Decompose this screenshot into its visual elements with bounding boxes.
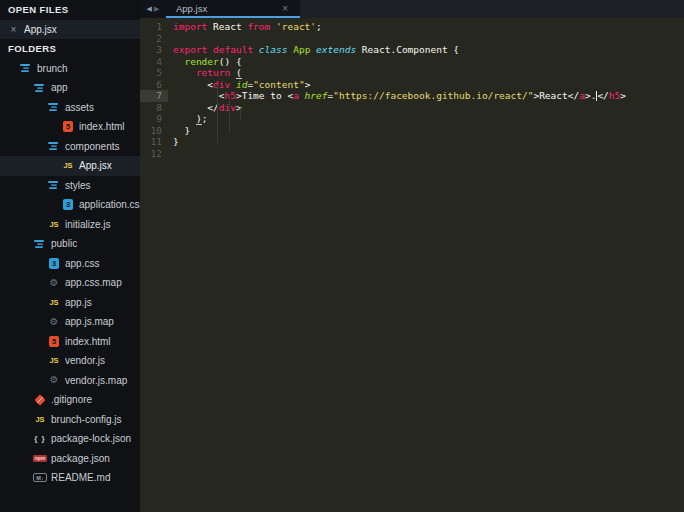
tree-folder-styles[interactable]: styles	[0, 176, 140, 196]
tree-file-brunch-config-js[interactable]: JSbrunch-config.js	[0, 410, 140, 430]
code-line-9[interactable]: );	[173, 113, 684, 125]
code-token: from	[247, 21, 270, 32]
tree-file-application-css[interactable]: 3application.css	[0, 195, 140, 215]
tab-scroll-arrows: ◀ ▶	[140, 0, 166, 18]
tree-file-app-jsx[interactable]: JSApp.jsx	[0, 156, 140, 176]
code-line-4[interactable]: render() {	[173, 56, 684, 68]
code-line-3[interactable]: export default class App extends React.C…	[173, 44, 684, 56]
css-icon: 3	[47, 256, 61, 270]
line-number: 5	[140, 67, 168, 79]
code-token: default	[213, 44, 253, 55]
folder-icon	[47, 178, 61, 192]
code-lines: import React from 'react';export default…	[173, 21, 684, 159]
line-number: 8	[140, 102, 168, 114]
tree-folder-public[interactable]: public	[0, 234, 140, 254]
tab-close-icon[interactable]: ×	[282, 3, 300, 14]
close-icon[interactable]: ×	[7, 24, 20, 35]
line-number: 12	[140, 148, 168, 160]
code-line-12[interactable]	[173, 148, 684, 160]
code-line-7[interactable]: <h5>Time to <a href="https://facebook.gi…	[173, 90, 684, 102]
js-icon: JS	[61, 159, 75, 173]
tree-item-label: package-lock.json	[51, 433, 131, 444]
code-token	[173, 113, 196, 124]
tree-item-label: public	[51, 238, 77, 249]
js-icon: JS	[47, 354, 61, 368]
editor-pane: ◀ ▶ App.jsx × 123456789101112 import Rea…	[140, 0, 684, 512]
code-token: import	[173, 21, 207, 32]
code-token	[173, 67, 196, 78]
code-area[interactable]: 123456789101112 import React from 'react…	[140, 18, 684, 512]
tree-item-label: App.jsx	[79, 160, 112, 171]
code-line-8[interactable]: </div>	[173, 102, 684, 114]
code-line-2[interactable]	[173, 33, 684, 45]
md-icon: M↓	[33, 471, 47, 485]
code-token: id	[236, 79, 247, 90]
code-token: >	[305, 79, 311, 90]
indent-guide	[229, 97, 230, 132]
indent-guide	[240, 108, 241, 120]
code-token: </	[597, 90, 608, 101]
file-tree: brunchappassets5index.htmlcomponentsJSAp…	[0, 59, 140, 488]
code-token: }	[173, 125, 190, 136]
tree-item-label: app.css	[65, 258, 99, 269]
tree-folder-app[interactable]: app	[0, 78, 140, 98]
tab-title: App.jsx	[166, 3, 282, 14]
tree-folder-brunch[interactable]: brunch	[0, 59, 140, 79]
tree-folder-assets[interactable]: assets	[0, 98, 140, 118]
tree-file-readme-md[interactable]: M↓README.md	[0, 468, 140, 488]
tree-item-label: styles	[65, 180, 91, 191]
tree-item-label: app.js	[65, 297, 92, 308]
line-number: 11	[140, 136, 168, 148]
tree-folder-components[interactable]: components	[0, 137, 140, 157]
code-token: (	[236, 67, 242, 79]
tree-file-initialize-js[interactable]: JSinitialize.js	[0, 215, 140, 235]
code-line-6[interactable]: <div id="content">	[173, 79, 684, 91]
code-token: h5	[224, 90, 235, 101]
line-number: 1	[140, 21, 168, 33]
tree-file-app-js-map[interactable]: ⚙app.js.map	[0, 312, 140, 332]
code-token: "content"	[253, 79, 304, 90]
tree-item-label: package.json	[51, 453, 110, 464]
tree-file-vendor-js[interactable]: JSvendor.js	[0, 351, 140, 371]
tree-item-label: app.css.map	[65, 277, 122, 288]
code-token: export	[173, 44, 207, 55]
code-token: >React</	[533, 90, 579, 101]
js-icon: JS	[33, 412, 47, 426]
line-number: 9	[140, 113, 168, 125]
folder-icon	[47, 100, 61, 114]
code-line-5[interactable]: return (	[173, 67, 684, 79]
folder-icon	[47, 139, 61, 153]
tree-file-index-html[interactable]: 5index.html	[0, 117, 140, 137]
code-token: 'react'	[276, 21, 316, 32]
line-number-gutter: 123456789101112	[140, 21, 168, 159]
tree-item-label: README.md	[51, 472, 110, 483]
open-file-item[interactable]: × App.jsx	[0, 20, 140, 40]
tree-file-package-lock-json[interactable]: { }package-lock.json	[0, 429, 140, 449]
tree-file-package-json[interactable]: npmpackage.json	[0, 449, 140, 469]
tab-appjsx[interactable]: App.jsx ×	[166, 0, 300, 18]
folder-icon	[33, 237, 47, 251]
code-token: React.Component {	[356, 44, 459, 55]
code-token: App	[293, 44, 310, 55]
tree-item-label: components	[65, 141, 119, 152]
tree-file-app-css[interactable]: 3app.css	[0, 254, 140, 274]
code-token	[173, 56, 184, 67]
css-icon: 3	[61, 198, 75, 212]
tree-file--gitignore[interactable]: .gitignore	[0, 390, 140, 410]
code-token: >.	[585, 90, 596, 101]
npm-icon: npm	[33, 451, 47, 465]
tree-file-vendor-js-map[interactable]: ⚙vendor.js.map	[0, 371, 140, 391]
sidebar: OPEN FILES × App.jsx FOLDERS brunchappas…	[0, 0, 140, 512]
tree-file-app-js[interactable]: JSapp.js	[0, 293, 140, 313]
code-line-11[interactable]: }	[173, 136, 684, 148]
tree-file-index-html[interactable]: 5index.html	[0, 332, 140, 352]
tree-item-label: index.html	[79, 121, 125, 132]
code-line-1[interactable]: import React from 'react';	[173, 21, 684, 33]
tree-file-app-css-map[interactable]: ⚙app.css.map	[0, 273, 140, 293]
code-token: ;	[202, 113, 208, 124]
code-line-10[interactable]: }	[173, 125, 684, 137]
tab-prev-icon[interactable]: ◀	[147, 0, 152, 18]
tree-item-label: app.js.map	[65, 316, 114, 327]
tab-next-icon[interactable]: ▶	[154, 0, 159, 18]
code-token: >	[620, 90, 626, 101]
